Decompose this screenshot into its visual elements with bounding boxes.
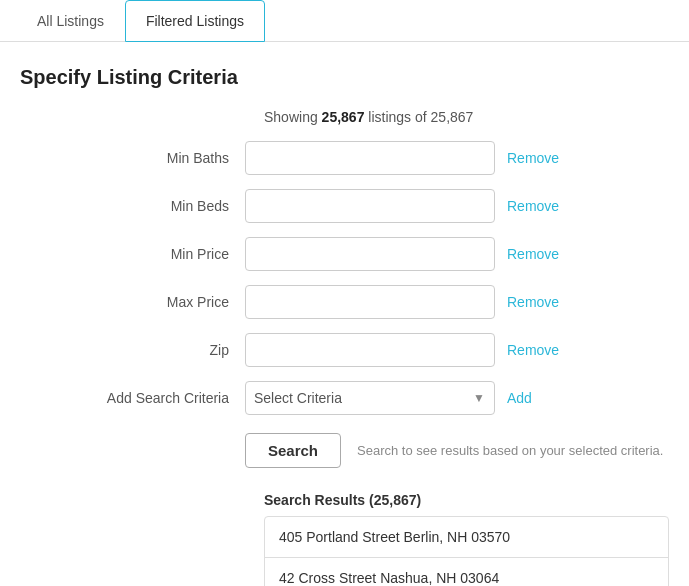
tabs-bar: All Listings Filtered Listings — [0, 0, 689, 42]
min-baths-input[interactable] — [245, 141, 495, 175]
result-item: 42 Cross Street Nashua, NH 03064 — [265, 558, 668, 586]
min-price-row: Min Price Remove — [20, 237, 669, 271]
min-beds-row: Min Beds Remove — [20, 189, 669, 223]
min-price-label: Min Price — [20, 246, 245, 262]
result-item: 405 Portland Street Berlin, NH 03570 — [265, 517, 668, 558]
min-beds-input[interactable] — [245, 189, 495, 223]
results-list: 405 Portland Street Berlin, NH 03570 42 … — [264, 516, 669, 586]
max-price-input[interactable] — [245, 285, 495, 319]
showing-suffix: listings of 25,867 — [364, 109, 473, 125]
page-content: Specify Listing Criteria Showing 25,867 … — [0, 42, 689, 586]
add-criteria-button[interactable]: Add — [507, 390, 532, 406]
results-title-suffix: ) — [417, 492, 422, 508]
min-beds-label: Min Beds — [20, 198, 245, 214]
zip-row: Zip Remove — [20, 333, 669, 367]
results-title-prefix: Search Results ( — [264, 492, 374, 508]
add-criteria-label: Add Search Criteria — [20, 390, 245, 406]
showing-prefix: Showing — [264, 109, 322, 125]
zip-input[interactable] — [245, 333, 495, 367]
min-beds-remove[interactable]: Remove — [507, 198, 559, 214]
search-results-section: Search Results (25,867) 405 Portland Str… — [264, 492, 669, 586]
search-hint: Search to see results based on your sele… — [357, 443, 663, 458]
min-baths-row: Min Baths Remove — [20, 141, 669, 175]
min-baths-label: Min Baths — [20, 150, 245, 166]
search-row: Search Search to see results based on yo… — [245, 433, 669, 468]
max-price-remove[interactable]: Remove — [507, 294, 559, 310]
max-price-label: Max Price — [20, 294, 245, 310]
criteria-select-wrapper: Select Criteria Min Baths Min Beds Min P… — [245, 381, 495, 415]
min-price-remove[interactable]: Remove — [507, 246, 559, 262]
criteria-select[interactable]: Select Criteria Min Baths Min Beds Min P… — [245, 381, 495, 415]
showing-count: 25,867 — [322, 109, 365, 125]
zip-remove[interactable]: Remove — [507, 342, 559, 358]
showing-text: Showing 25,867 listings of 25,867 — [264, 109, 669, 125]
zip-label: Zip — [20, 342, 245, 358]
search-button[interactable]: Search — [245, 433, 341, 468]
page-title: Specify Listing Criteria — [20, 66, 669, 89]
max-price-row: Max Price Remove — [20, 285, 669, 319]
add-criteria-row: Add Search Criteria Select Criteria Min … — [20, 381, 669, 415]
tab-all-listings[interactable]: All Listings — [16, 0, 125, 42]
min-baths-remove[interactable]: Remove — [507, 150, 559, 166]
results-title: Search Results (25,867) — [264, 492, 669, 508]
min-price-input[interactable] — [245, 237, 495, 271]
tab-filtered-listings[interactable]: Filtered Listings — [125, 0, 265, 42]
results-count: 25,867 — [374, 492, 417, 508]
